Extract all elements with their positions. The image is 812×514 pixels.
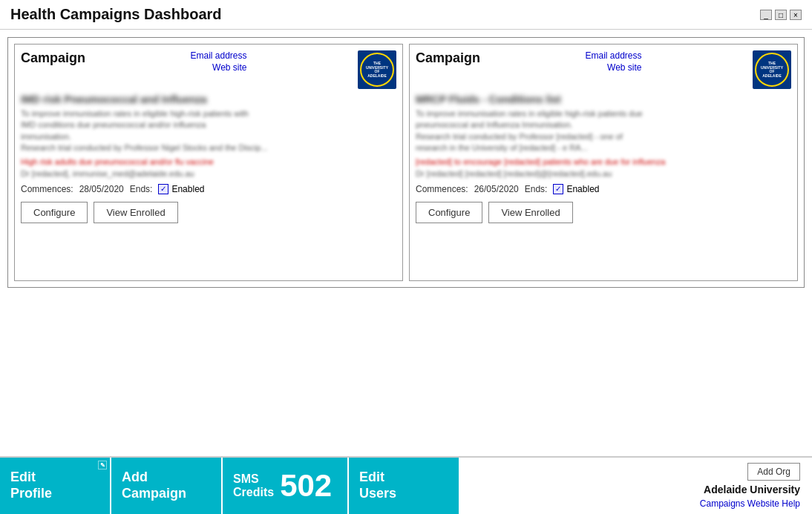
campaign-2-enabled[interactable]: ✓ Enabled bbox=[553, 184, 599, 194]
campaign-2-commences-date: 26/05/2020 bbox=[474, 184, 519, 194]
campaign-2-web-link[interactable]: Web site bbox=[607, 62, 641, 73]
campaign-1-checkbox[interactable]: ✓ bbox=[158, 184, 168, 194]
campaign-2-checkmark: ✓ bbox=[555, 185, 561, 193]
campaign-1-logo: THEUNIVERSITYOFADELAIDE bbox=[358, 50, 396, 89]
edit-profile-button[interactable]: ✎ Edit Profile bbox=[0, 458, 111, 514]
edit-profile-icon: ✎ bbox=[98, 461, 107, 469]
campaign-2-configure-button[interactable]: Configure bbox=[416, 202, 482, 223]
campaign-1-buttons: Configure View Enrolled bbox=[21, 202, 396, 223]
campaign-2-desc: To improve immunisation rates in eligibl… bbox=[416, 108, 791, 154]
campaign-1-enabled[interactable]: ✓ Enabled bbox=[158, 184, 204, 194]
campaign-2-view-enrolled-button[interactable]: View Enrolled bbox=[488, 202, 572, 223]
campaign-1-view-enrolled-button[interactable]: View Enrolled bbox=[94, 202, 177, 223]
campaign-1-ends-label: Ends: bbox=[130, 184, 153, 194]
campaign-1-configure-button[interactable]: Configure bbox=[21, 202, 88, 223]
campaign-2-footer: Commences: 26/05/2020 Ends: ✓ Enabled bbox=[416, 184, 791, 194]
campaign-1-enabled-label: Enabled bbox=[171, 184, 204, 194]
campaign-2-checkbox[interactable]: ✓ bbox=[553, 184, 563, 194]
campaign-2-email-link[interactable]: Email address bbox=[585, 50, 641, 61]
campaign-1-contact: Dr [redacted], immunise_med@adelaide.edu… bbox=[21, 169, 396, 178]
org-help-link[interactable]: Campaigns Website Help bbox=[700, 498, 800, 509]
page-title: Health Campaigns Dashboard bbox=[10, 6, 222, 23]
edit-users-button[interactable]: Edit Users bbox=[349, 458, 460, 514]
sms-credits-section: SMS Credits 502 bbox=[223, 458, 349, 514]
sms-credits-count: 502 bbox=[280, 470, 332, 501]
campaign-1-title: Campaign bbox=[21, 50, 85, 66]
campaign-card-2: Campaign Email address Web site THEUNIVE… bbox=[409, 44, 798, 281]
title-bar: Health Campaigns Dashboard _ □ × bbox=[0, 0, 812, 30]
sms-label-line1: SMS bbox=[233, 472, 274, 486]
edit-profile-label-1: Edit bbox=[10, 469, 36, 486]
campaign-1-checkmark: ✓ bbox=[160, 185, 166, 193]
campaign-2-logo-inner: THEUNIVERSITYOFADELAIDE bbox=[755, 53, 789, 87]
window-controls[interactable]: _ □ × bbox=[760, 10, 802, 20]
campaign-card-1-header: Campaign Email address Web site THEUNIVE… bbox=[21, 50, 396, 89]
campaigns-container: Campaign Email address Web site THEUNIVE… bbox=[7, 37, 805, 288]
campaign-2-buttons: Configure View Enrolled bbox=[416, 202, 791, 223]
campaign-2-enabled-label: Enabled bbox=[566, 184, 599, 194]
maximize-button[interactable]: □ bbox=[775, 10, 787, 20]
minimize-button[interactable]: _ bbox=[760, 10, 772, 20]
add-campaign-label-2: Campaign bbox=[122, 486, 186, 502]
sms-credits-label: SMS Credits bbox=[233, 472, 274, 499]
campaign-2-links: Email address Web site bbox=[585, 50, 641, 73]
edit-users-label-2: Users bbox=[359, 486, 396, 502]
campaign-1-desc: To improve immunisation rates in eligibl… bbox=[21, 108, 396, 154]
campaign-2-logo-text: THEUNIVERSITYOFADELAIDE bbox=[761, 62, 783, 78]
empty-content-area bbox=[7, 288, 805, 449]
campaign-2-ends-label: Ends: bbox=[525, 184, 548, 194]
campaign-1-commences-label: Commences: bbox=[21, 184, 73, 194]
campaign-1-name: IMD risk Pneumococcal and Influenza bbox=[21, 93, 396, 105]
edit-profile-label-2: Profile bbox=[10, 486, 52, 502]
sms-label-line2: Credits bbox=[233, 486, 274, 499]
campaign-1-commences-date: 28/05/2020 bbox=[79, 184, 124, 194]
campaign-card-2-header: Campaign Email address Web site THEUNIVE… bbox=[416, 50, 791, 89]
campaign-2-commences-label: Commences: bbox=[416, 184, 468, 194]
add-campaign-label-1: Add bbox=[122, 469, 148, 486]
campaign-1-email-link[interactable]: Email address bbox=[190, 50, 246, 61]
campaign-2-name: MRCP Fluids - Conditions list bbox=[416, 93, 791, 105]
toolbar-org-info: Add Org Adelaide University Campaigns We… bbox=[460, 458, 812, 514]
campaign-1-links: Email address Web site bbox=[190, 50, 246, 73]
add-org-button[interactable]: Add Org bbox=[747, 463, 800, 481]
campaign-2-title: Campaign bbox=[416, 50, 480, 66]
campaign-card-1: Campaign Email address Web site THEUNIVE… bbox=[14, 44, 403, 281]
campaign-2-contact: Dr [redacted] [redacted] [redacted]@[red… bbox=[416, 169, 791, 178]
close-button[interactable]: × bbox=[790, 10, 802, 20]
main-content: Campaign Email address Web site THEUNIVE… bbox=[0, 30, 812, 456]
campaign-2-logo: THEUNIVERSITYOFADELAIDE bbox=[753, 50, 791, 89]
org-name: Adelaide University bbox=[704, 484, 800, 495]
campaign-1-target: High risk adults due pneumococcal and/or… bbox=[21, 157, 396, 166]
campaign-1-logo-inner: THEUNIVERSITYOFADELAIDE bbox=[360, 53, 394, 87]
campaign-1-footer: Commences: 28/05/2020 Ends: ✓ Enabled bbox=[21, 184, 396, 194]
campaign-1-logo-text: THEUNIVERSITYOFADELAIDE bbox=[366, 62, 388, 78]
edit-users-label-1: Edit bbox=[359, 469, 384, 486]
campaign-2-target: [redacted] to encourage [redacted] patie… bbox=[416, 157, 791, 166]
bottom-toolbar: ✎ Edit Profile Add Campaign SMS Credits … bbox=[0, 456, 812, 514]
campaign-1-web-link[interactable]: Web site bbox=[212, 62, 246, 73]
add-campaign-button[interactable]: Add Campaign bbox=[111, 458, 223, 514]
